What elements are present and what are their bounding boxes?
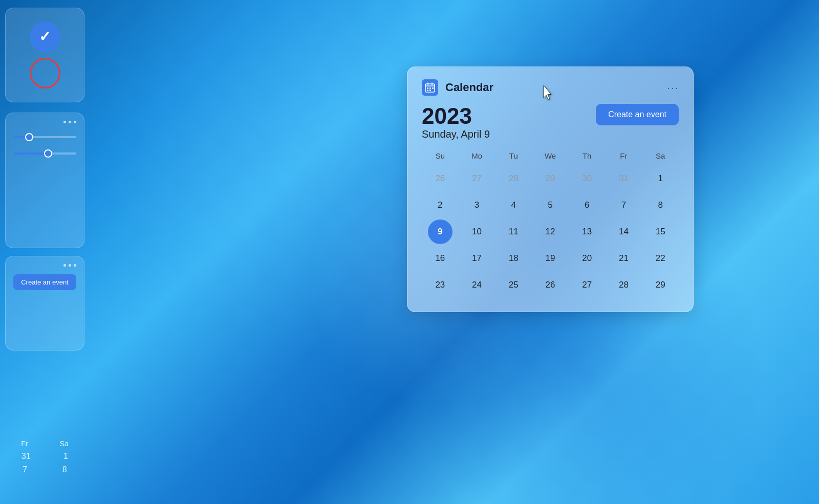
calendar-widget: Calendar ··· 2023 Sunday, April 9 Create… — [407, 67, 694, 312]
cal-cell-w0-d1[interactable]: 27 — [465, 166, 489, 191]
calendar-day-headers: Su Mo Tu We Th Fr Sa — [422, 149, 679, 162]
calendar-grid: Su Mo Tu We Th Fr Sa 2627282930311234567… — [422, 149, 679, 297]
dot-3 — [74, 121, 76, 123]
calendar-more-options[interactable]: ··· — [667, 82, 679, 94]
cal-cell-w3-d6[interactable]: 22 — [648, 246, 673, 271]
year-and-button-row: 2023 Sunday, April 9 Create an event — [422, 104, 679, 140]
svg-rect-5 — [429, 87, 431, 89]
cal-cell-w0-d0[interactable]: 26 — [428, 166, 452, 191]
slider-track-2[interactable] — [13, 152, 76, 155]
cal-cell-w1-d0[interactable]: 2 — [428, 193, 452, 217]
cal-cell-w1-d1[interactable]: 3 — [465, 193, 489, 217]
cal-cell-w1-d3[interactable]: 5 — [538, 193, 563, 217]
cal-cell-w3-d2[interactable]: 18 — [501, 246, 526, 271]
cal-cell-w4-d4[interactable]: 27 — [575, 273, 599, 297]
calendar-header: Calendar ··· — [422, 79, 679, 96]
checked-circle-blue[interactable] — [30, 21, 60, 52]
cal-cell-w1-d4[interactable]: 6 — [575, 193, 599, 217]
dot-e2 — [69, 264, 71, 267]
checkbox-widget — [5, 8, 84, 102]
svg-rect-4 — [427, 87, 428, 89]
event-widget: Create an event — [5, 256, 84, 350]
cal-cell-w2-d2[interactable]: 11 — [501, 220, 526, 244]
slider-fill-2 — [13, 152, 48, 155]
calendar-full-date: Sunday, April 9 — [422, 128, 490, 140]
calendar-grid-body: 2627282930311234567891011121314151617181… — [422, 166, 679, 297]
cal-cell-w2-d3[interactable]: 12 — [538, 220, 563, 244]
calendar-cols-left: Fr Sa 31 1 7 8 — [5, 440, 84, 478]
year-date-group: 2023 Sunday, April 9 — [422, 104, 490, 140]
cal-cell-w0-d2[interactable]: 28 — [501, 166, 526, 191]
slider-track-1[interactable] — [13, 136, 76, 138]
widget-dots-menu — [13, 121, 76, 123]
cal-cell-w4-d6[interactable]: 29 — [648, 273, 673, 297]
left-cal-7: 7 — [23, 465, 27, 474]
cal-cell-w4-d3[interactable]: 26 — [538, 273, 563, 297]
slider-thumb-1[interactable] — [25, 133, 33, 141]
dot-1 — [63, 121, 66, 123]
left-cal-header: Fr Sa — [5, 440, 84, 448]
cal-cell-w0-d5[interactable]: 31 — [611, 166, 636, 191]
cal-cell-w0-d3[interactable]: 29 — [538, 166, 563, 191]
slider-thumb-2[interactable] — [44, 149, 52, 158]
cal-cell-w4-d1[interactable]: 24 — [465, 273, 489, 297]
dot-e1 — [63, 264, 66, 267]
calendar-year: 2023 — [422, 104, 490, 128]
cal-cell-w4-d2[interactable]: 25 — [501, 273, 526, 297]
event-widget-dots — [13, 264, 76, 267]
cal-cell-w2-d5[interactable]: 14 — [611, 220, 636, 244]
calendar-app-icon — [422, 79, 438, 96]
cal-cell-w3-d1[interactable]: 17 — [465, 246, 489, 271]
cal-cell-w3-d3[interactable]: 19 — [538, 246, 563, 271]
cal-cell-w3-d5[interactable]: 21 — [611, 246, 636, 271]
cal-cell-w3-d0[interactable]: 16 — [428, 246, 452, 271]
cal-cell-w4-d5[interactable]: 28 — [611, 273, 636, 297]
cal-cell-w2-d6[interactable]: 15 — [648, 220, 673, 244]
cal-cell-w2-d4[interactable]: 13 — [575, 220, 599, 244]
calendar-info-section: 2023 Sunday, April 9 Create an event — [422, 104, 679, 140]
cal-cell-w2-d0[interactable]: 9 — [428, 220, 452, 244]
left-cal-31: 31 — [21, 452, 31, 461]
cal-cell-w4-d0[interactable]: 23 — [428, 273, 452, 297]
svg-rect-7 — [427, 90, 428, 91]
day-header-mo: Mo — [459, 149, 495, 162]
left-cal-row-2: 7 8 — [5, 465, 84, 474]
cal-cell-w1-d6[interactable]: 8 — [648, 193, 673, 217]
day-header-we: We — [532, 149, 569, 162]
left-cal-1: 1 — [63, 452, 68, 461]
left-cal-sa: Sa — [60, 440, 69, 448]
left-panel: Create an event Fr Sa 31 1 7 8 — [0, 0, 95, 504]
dot-2 — [69, 121, 71, 123]
create-event-button[interactable]: Create an event — [596, 104, 679, 125]
svg-rect-8 — [429, 90, 431, 91]
cal-cell-w0-d4[interactable]: 30 — [575, 166, 599, 191]
left-cal-fr: Fr — [21, 440, 28, 448]
day-header-su: Su — [422, 149, 459, 162]
cal-cell-w2-d1[interactable]: 10 — [465, 220, 489, 244]
unchecked-circle-red[interactable] — [30, 58, 60, 89]
left-cal-8: 8 — [62, 465, 67, 474]
cal-cell-w0-d6[interactable]: 1 — [648, 166, 673, 191]
left-cal-row-1: 31 1 — [5, 452, 84, 461]
day-header-tu: Tu — [495, 149, 532, 162]
cal-cell-w1-d2[interactable]: 4 — [501, 193, 526, 217]
svg-rect-6 — [432, 87, 434, 89]
day-header-fr: Fr — [606, 149, 642, 162]
create-event-button-left[interactable]: Create an event — [13, 274, 76, 290]
day-header-th: Th — [569, 149, 606, 162]
calendar-icon-svg — [425, 82, 435, 93]
cal-cell-w3-d4[interactable]: 20 — [575, 246, 599, 271]
dot-e3 — [74, 264, 76, 267]
cal-cell-w1-d5[interactable]: 7 — [611, 193, 636, 217]
calendar-title-group: Calendar — [422, 79, 493, 96]
calendar-app-title: Calendar — [445, 81, 493, 94]
day-header-sa: Sa — [642, 149, 679, 162]
slider-widget — [5, 113, 84, 248]
